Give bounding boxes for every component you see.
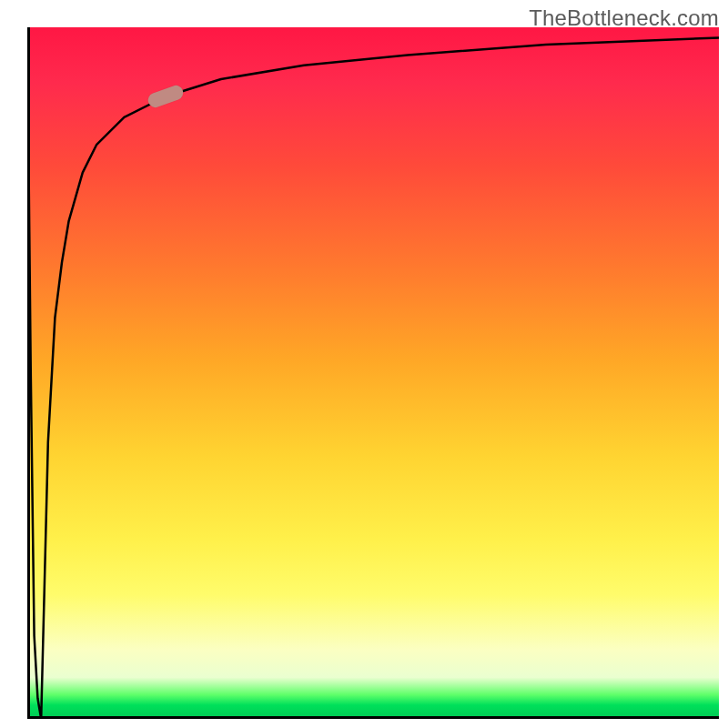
bottleneck-curve xyxy=(27,27,719,719)
chart-container: TheBottleneck.com xyxy=(0,0,728,728)
plot-area xyxy=(27,27,719,719)
watermark-label: TheBottleneck.com xyxy=(529,5,719,31)
